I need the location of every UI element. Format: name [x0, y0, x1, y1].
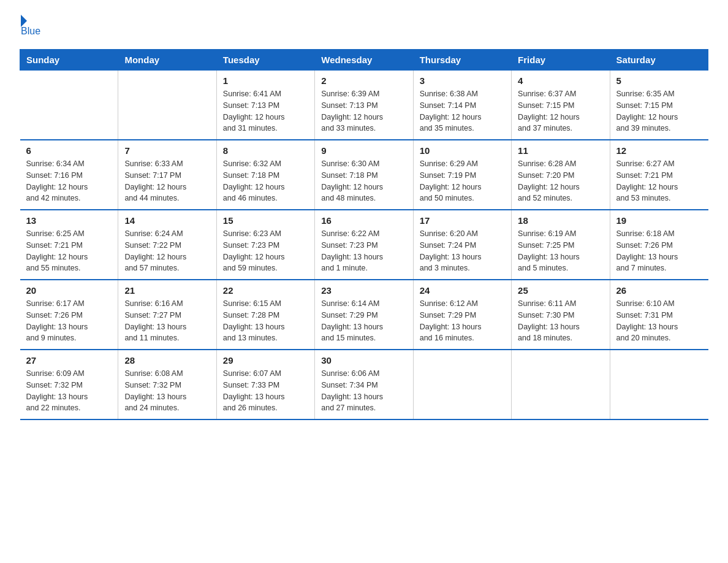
week-row-5: 27Sunrise: 6:09 AM Sunset: 7:32 PM Dayli…: [20, 350, 708, 419]
calendar-header: SundayMondayTuesdayWednesdayThursdayFrid…: [20, 50, 708, 71]
calendar-cell: 3Sunrise: 6:38 AM Sunset: 7:14 PM Daylig…: [413, 71, 511, 140]
day-info: Sunrise: 6:27 AM Sunset: 7:21 PM Dayligh…: [616, 158, 702, 204]
calendar-cell: 10Sunrise: 6:29 AM Sunset: 7:19 PM Dayli…: [413, 140, 511, 210]
calendar-cell: 25Sunrise: 6:11 AM Sunset: 7:30 PM Dayli…: [512, 280, 610, 350]
day-number: 28: [124, 355, 210, 366]
calendar-cell: [610, 350, 708, 419]
logo-subtitle: Blue: [21, 26, 40, 37]
weekday-header-sunday: Sunday: [20, 50, 118, 71]
calendar-cell: 4Sunrise: 6:37 AM Sunset: 7:15 PM Daylig…: [512, 71, 610, 140]
day-number: 16: [321, 215, 406, 226]
calendar-cell: 24Sunrise: 6:12 AM Sunset: 7:29 PM Dayli…: [413, 280, 511, 350]
page-header: Blue: [20, 15, 708, 37]
calendar-cell: 5Sunrise: 6:35 AM Sunset: 7:15 PM Daylig…: [610, 71, 708, 140]
day-info: Sunrise: 6:22 AM Sunset: 7:23 PM Dayligh…: [321, 228, 406, 274]
calendar-cell: 13Sunrise: 6:25 AM Sunset: 7:21 PM Dayli…: [20, 210, 118, 280]
calendar-cell: 28Sunrise: 6:08 AM Sunset: 7:32 PM Dayli…: [118, 350, 216, 419]
day-info: Sunrise: 6:07 AM Sunset: 7:33 PM Dayligh…: [223, 368, 308, 414]
calendar-cell: 7Sunrise: 6:33 AM Sunset: 7:17 PM Daylig…: [118, 140, 216, 210]
day-info: Sunrise: 6:30 AM Sunset: 7:18 PM Dayligh…: [321, 158, 406, 204]
day-info: Sunrise: 6:41 AM Sunset: 7:13 PM Dayligh…: [223, 88, 308, 134]
calendar-cell: [20, 71, 118, 140]
calendar-cell: 16Sunrise: 6:22 AM Sunset: 7:23 PM Dayli…: [315, 210, 413, 280]
calendar-cell: 1Sunrise: 6:41 AM Sunset: 7:13 PM Daylig…: [216, 71, 314, 140]
calendar-cell: 12Sunrise: 6:27 AM Sunset: 7:21 PM Dayli…: [610, 140, 708, 210]
calendar-cell: 26Sunrise: 6:10 AM Sunset: 7:31 PM Dayli…: [610, 280, 708, 350]
day-number: 2: [321, 75, 406, 86]
calendar-cell: [118, 71, 216, 140]
week-row-1: 1Sunrise: 6:41 AM Sunset: 7:13 PM Daylig…: [20, 71, 708, 140]
day-number: 6: [26, 145, 112, 156]
weekday-header-row: SundayMondayTuesdayWednesdayThursdayFrid…: [20, 50, 708, 71]
day-number: 22: [223, 285, 308, 296]
day-number: 24: [420, 285, 505, 296]
logo-text: [20, 15, 27, 27]
calendar-cell: [413, 350, 511, 419]
weekday-header-tuesday: Tuesday: [216, 50, 314, 71]
calendar-cell: 9Sunrise: 6:30 AM Sunset: 7:18 PM Daylig…: [315, 140, 413, 210]
day-info: Sunrise: 6:09 AM Sunset: 7:32 PM Dayligh…: [26, 368, 112, 414]
day-number: 29: [223, 355, 308, 366]
day-number: 30: [321, 355, 406, 366]
weekday-header-friday: Friday: [512, 50, 610, 71]
calendar-cell: 11Sunrise: 6:28 AM Sunset: 7:20 PM Dayli…: [512, 140, 610, 210]
calendar-cell: 17Sunrise: 6:20 AM Sunset: 7:24 PM Dayli…: [413, 210, 511, 280]
day-number: 15: [223, 215, 308, 226]
day-number: 13: [26, 215, 112, 226]
calendar-cell: 30Sunrise: 6:06 AM Sunset: 7:34 PM Dayli…: [315, 350, 413, 419]
day-info: Sunrise: 6:19 AM Sunset: 7:25 PM Dayligh…: [518, 228, 603, 274]
day-info: Sunrise: 6:15 AM Sunset: 7:28 PM Dayligh…: [223, 298, 308, 344]
day-info: Sunrise: 6:25 AM Sunset: 7:21 PM Dayligh…: [26, 228, 112, 274]
day-info: Sunrise: 6:32 AM Sunset: 7:18 PM Dayligh…: [223, 158, 308, 204]
day-number: 18: [518, 215, 603, 226]
day-info: Sunrise: 6:39 AM Sunset: 7:13 PM Dayligh…: [321, 88, 406, 134]
day-info: Sunrise: 6:08 AM Sunset: 7:32 PM Dayligh…: [124, 368, 210, 414]
day-number: 3: [420, 75, 505, 86]
calendar-table: SundayMondayTuesdayWednesdayThursdayFrid…: [20, 49, 708, 420]
calendar-cell: 18Sunrise: 6:19 AM Sunset: 7:25 PM Dayli…: [512, 210, 610, 280]
calendar-cell: 8Sunrise: 6:32 AM Sunset: 7:18 PM Daylig…: [216, 140, 314, 210]
weekday-header-monday: Monday: [118, 50, 216, 71]
calendar-cell: 20Sunrise: 6:17 AM Sunset: 7:26 PM Dayli…: [20, 280, 118, 350]
day-info: Sunrise: 6:16 AM Sunset: 7:27 PM Dayligh…: [124, 298, 210, 344]
calendar-cell: 15Sunrise: 6:23 AM Sunset: 7:23 PM Dayli…: [216, 210, 314, 280]
day-info: Sunrise: 6:35 AM Sunset: 7:15 PM Dayligh…: [616, 88, 702, 134]
day-number: 11: [518, 145, 603, 156]
day-info: Sunrise: 6:11 AM Sunset: 7:30 PM Dayligh…: [518, 298, 603, 344]
day-number: 4: [518, 75, 603, 86]
calendar-cell: 21Sunrise: 6:16 AM Sunset: 7:27 PM Dayli…: [118, 280, 216, 350]
day-number: 21: [124, 285, 210, 296]
day-number: 27: [26, 355, 112, 366]
day-number: 9: [321, 145, 406, 156]
calendar-cell: 29Sunrise: 6:07 AM Sunset: 7:33 PM Dayli…: [216, 350, 314, 419]
weekday-header-thursday: Thursday: [413, 50, 511, 71]
day-number: 20: [26, 285, 112, 296]
day-info: Sunrise: 6:20 AM Sunset: 7:24 PM Dayligh…: [420, 228, 505, 274]
day-info: Sunrise: 6:06 AM Sunset: 7:34 PM Dayligh…: [321, 368, 406, 414]
day-info: Sunrise: 6:23 AM Sunset: 7:23 PM Dayligh…: [223, 228, 308, 274]
calendar-cell: [512, 350, 610, 419]
day-number: 25: [518, 285, 603, 296]
day-info: Sunrise: 6:14 AM Sunset: 7:29 PM Dayligh…: [321, 298, 406, 344]
day-info: Sunrise: 6:17 AM Sunset: 7:26 PM Dayligh…: [26, 298, 112, 344]
day-info: Sunrise: 6:10 AM Sunset: 7:31 PM Dayligh…: [616, 298, 702, 344]
day-number: 8: [223, 145, 308, 156]
day-number: 19: [616, 215, 702, 226]
logo: Blue: [20, 15, 40, 37]
day-info: Sunrise: 6:29 AM Sunset: 7:19 PM Dayligh…: [420, 158, 505, 204]
calendar-cell: 14Sunrise: 6:24 AM Sunset: 7:22 PM Dayli…: [118, 210, 216, 280]
day-info: Sunrise: 6:12 AM Sunset: 7:29 PM Dayligh…: [420, 298, 505, 344]
day-number: 5: [616, 75, 702, 86]
week-row-3: 13Sunrise: 6:25 AM Sunset: 7:21 PM Dayli…: [20, 210, 708, 280]
calendar-cell: 27Sunrise: 6:09 AM Sunset: 7:32 PM Dayli…: [20, 350, 118, 419]
day-number: 12: [616, 145, 702, 156]
day-info: Sunrise: 6:33 AM Sunset: 7:17 PM Dayligh…: [124, 158, 210, 204]
day-number: 26: [616, 285, 702, 296]
day-info: Sunrise: 6:37 AM Sunset: 7:15 PM Dayligh…: [518, 88, 603, 134]
day-info: Sunrise: 6:24 AM Sunset: 7:22 PM Dayligh…: [124, 228, 210, 274]
calendar-body: 1Sunrise: 6:41 AM Sunset: 7:13 PM Daylig…: [20, 71, 708, 420]
calendar-cell: 19Sunrise: 6:18 AM Sunset: 7:26 PM Dayli…: [610, 210, 708, 280]
calendar-cell: 6Sunrise: 6:34 AM Sunset: 7:16 PM Daylig…: [20, 140, 118, 210]
day-number: 23: [321, 285, 406, 296]
day-number: 17: [420, 215, 505, 226]
